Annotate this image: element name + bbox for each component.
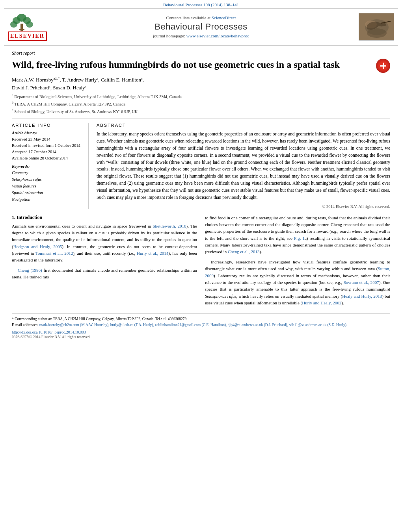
homepage-link[interactable]: www.elsevier.com/locate/behavproc bbox=[186, 33, 249, 38]
crossmark-badge bbox=[376, 59, 390, 73]
keyword-visual: Visual features bbox=[12, 183, 82, 190]
author-pritchard: David J. Pritchard bbox=[12, 85, 49, 91]
emails-text[interactable]: mark.hornsby@ch2m.com (M.A.W. Hornsby), … bbox=[39, 323, 348, 327]
article-title-row: Wild, free-living rufous hummingbirds do… bbox=[12, 59, 390, 73]
intro-para-1: Animals use environmental cues to orient… bbox=[12, 223, 197, 264]
abstract-text: In the laboratory, many species orient t… bbox=[97, 131, 390, 201]
affiliation-a: a Department of Biological Sciences, Uni… bbox=[12, 93, 390, 100]
body-content: 1. Introduction Animals use environmenta… bbox=[0, 209, 402, 310]
sutton-link[interactable]: Sutton, 2009 bbox=[205, 266, 390, 278]
affiliations: a Department of Biological Sciences, Uni… bbox=[12, 93, 390, 115]
history-label: Article history: bbox=[12, 131, 82, 135]
keyword-geometry: Geometry bbox=[12, 170, 82, 176]
journal-citation: Behavioural Processes 108 (2014) 138–141 bbox=[0, 0, 402, 8]
affiliation-b: b TERA, A CH2M Hill Company, Calgary, Al… bbox=[12, 100, 390, 107]
article-type-label: Short report bbox=[12, 50, 390, 56]
journal-title-area: Contents lists available at ScienceDirec… bbox=[51, 15, 351, 38]
intro-section-title: 1. Introduction bbox=[12, 215, 197, 221]
available-date: Available online 28 October 2014 bbox=[12, 155, 82, 161]
homepage-line: journal homepage: www.elsevier.com/locat… bbox=[51, 33, 351, 38]
journal-header: ELSEVIER Contents lists available at Sci… bbox=[4, 8, 398, 46]
hurly-link[interactable]: Hurly et al., 2014 bbox=[137, 251, 168, 256]
authors-line-2: David J. Pritchardc, Susan D. Healyc bbox=[12, 85, 390, 91]
article-title: Wild, free-living rufous hummingbirds do… bbox=[12, 59, 370, 71]
article-info-header: ARTICLE INFO bbox=[12, 123, 82, 128]
right-para-1: to find food in one corner of a rectangu… bbox=[205, 215, 390, 256]
received-date: Received 23 May 2014 bbox=[12, 136, 82, 143]
elsevier-logo: ELSEVIER bbox=[8, 12, 51, 42]
right-para-2: Increasingly, researchers have investiga… bbox=[205, 259, 390, 307]
corresponding-author: * Corresponding author at: TERA, A CH2M … bbox=[12, 316, 390, 322]
svg-point-11 bbox=[367, 28, 387, 38]
sciencedirect-link[interactable]: ScienceDirect bbox=[212, 15, 236, 20]
hodgson-link[interactable]: Hodgson and Healy, 2005 bbox=[13, 244, 62, 249]
intro-para-2: Cheng (1986) first documented that anima… bbox=[12, 267, 197, 281]
elsevier-wordmark: ELSEVIER bbox=[8, 32, 47, 41]
keyword-navigation: Navigation bbox=[12, 196, 82, 203]
footnote-area: * Corresponding author at: TERA, A CH2M … bbox=[12, 313, 390, 339]
elsevier-tree-icon bbox=[8, 12, 35, 32]
right-text: to find food in one corner of a rectangu… bbox=[205, 215, 390, 307]
abstract-header: ABSTRACT bbox=[97, 123, 390, 128]
tommasi-link[interactable]: Tommasi et al., 2012 bbox=[35, 251, 73, 256]
journal-title: Behavioural Processes bbox=[51, 22, 351, 32]
crossmark-icon bbox=[379, 62, 387, 70]
body-right-col: to find food in one corner of a rectangu… bbox=[205, 215, 390, 310]
author-hornsby: Mark A.W. Hornsby bbox=[12, 77, 54, 83]
article-history: Article history: Received 23 May 2014 Re… bbox=[12, 131, 82, 161]
svg-point-3 bbox=[10, 21, 17, 28]
body-left-col: 1. Introduction Animals use environmenta… bbox=[12, 215, 197, 310]
hurly2002-link[interactable]: Hurly and Healy, 2002 bbox=[302, 300, 341, 305]
hummingbird-image-icon bbox=[359, 13, 394, 41]
authors-line: Mark A.W. Hornsbya,b,*, T. Andrew Hurlya… bbox=[12, 77, 390, 83]
svg-rect-6 bbox=[19, 29, 24, 30]
journal-citation-text: Behavioural Processes 108 (2014) 138–141 bbox=[163, 2, 239, 7]
abstract-col: ABSTRACT In the laboratory, many species… bbox=[97, 123, 390, 208]
copyright-line: © 2014 Elsevier B.V. All rights reserved… bbox=[97, 204, 390, 209]
keyword-spatial: Spatial orientation bbox=[12, 190, 82, 196]
email-footnote: E-mail addresses: mark.hornsby@ch2m.com … bbox=[12, 322, 390, 328]
footer-copyright: 0376-6357/© 2014 Elsevier B.V. All right… bbox=[12, 335, 390, 339]
contents-line: Contents lists available at ScienceDirec… bbox=[51, 15, 351, 20]
journal-image bbox=[351, 13, 394, 41]
fig1-link[interactable]: Fig. 1 bbox=[294, 236, 305, 241]
keyword-selasphorus: Selasphorus rufus bbox=[12, 176, 82, 183]
cheng2013-link[interactable]: Cheng et al., 2013 bbox=[228, 249, 259, 254]
intro-text: Animals use environmental cues to orient… bbox=[12, 223, 197, 281]
svg-point-4 bbox=[26, 21, 33, 28]
shettleworth-link[interactable]: Shettleworth, 2010 bbox=[153, 224, 186, 228]
affiliation-c: c School of Biology, University of St. A… bbox=[12, 108, 390, 115]
emails-label: E-mail addresses: bbox=[12, 323, 38, 327]
healy-link[interactable]: Healy and Hurly, 2013 bbox=[342, 294, 382, 298]
section-divider bbox=[12, 119, 390, 119]
hummingbird-thumbnail bbox=[359, 13, 394, 41]
article-info-col: ARTICLE INFO Article history: Received 2… bbox=[12, 123, 89, 208]
keywords-section: Keywords: Geometry Selasphorus rufus Vis… bbox=[12, 164, 82, 203]
sovrano-link[interactable]: Sovrano et al., 2007 bbox=[344, 280, 379, 285]
keywords-label: Keywords: bbox=[12, 164, 82, 169]
cheng-link[interactable]: Cheng (1986) bbox=[18, 268, 42, 272]
doi-line[interactable]: http://dx.doi.org/10.1016/j.beproc.2014.… bbox=[12, 330, 390, 334]
received-revised-date: Received in revised form 1 October 2014 bbox=[12, 143, 82, 149]
article-info-abstract: ARTICLE INFO Article history: Received 2… bbox=[12, 123, 390, 208]
article-content: Short report Wild, free-living rufous hu… bbox=[0, 46, 402, 209]
accepted-date: Accepted 17 October 2014 bbox=[12, 149, 82, 155]
